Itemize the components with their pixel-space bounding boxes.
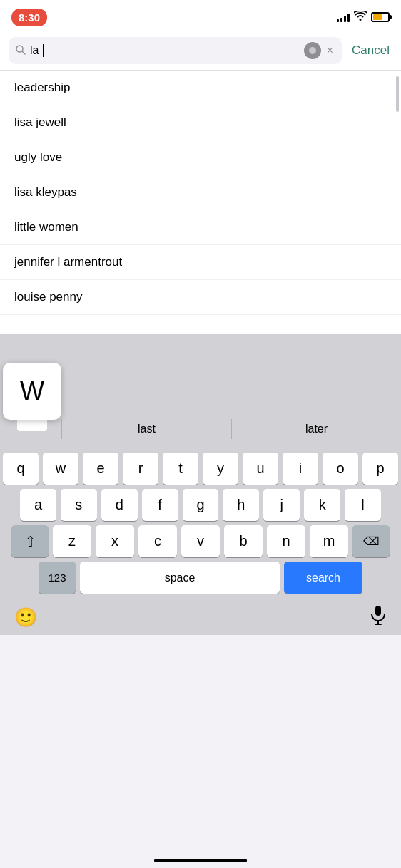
emoji-button[interactable]: 🙂 (14, 606, 37, 629)
suggestion-item-lisa-kleypas[interactable]: lisa kleypas (0, 175, 401, 210)
key-row-3: ⇧ z x c v b n m ⌫ (0, 525, 401, 557)
key-v[interactable]: v (181, 525, 220, 557)
shift-key[interactable]: ⇧ (11, 525, 49, 557)
key-b[interactable]: b (224, 525, 263, 557)
dictation-button[interactable] (370, 605, 387, 629)
suggestions-container: leadership lisa jewell ugly love lisa kl… (0, 71, 401, 315)
signal-bars-icon (337, 12, 350, 22)
key-d[interactable]: d (101, 489, 138, 521)
search-input-text: la (30, 44, 39, 57)
suggestion-item-little-women[interactable]: little women (0, 210, 401, 245)
key-n[interactable]: n (267, 525, 305, 557)
status-bar: 8:30 (0, 0, 401, 31)
search-key[interactable]: search (284, 562, 362, 594)
key-i[interactable]: i (283, 453, 318, 485)
key-g[interactable]: g (183, 489, 219, 521)
search-input-wrapper[interactable]: la × (9, 37, 342, 64)
keyboard: W last later q w e r t y u i o p a s d f (0, 411, 401, 635)
key-row-1: q w e r t y u i o p (0, 453, 401, 485)
suggestion-item-louise-penny[interactable]: louise penny (0, 280, 401, 315)
clear-search-button[interactable]: × (325, 44, 335, 57)
search-bar-container: la × Cancel (0, 31, 401, 71)
key-row-2: a s d f g h j k l (0, 489, 401, 521)
key-s[interactable]: s (61, 489, 97, 521)
home-indicator (154, 859, 247, 862)
key-j[interactable]: j (263, 489, 300, 521)
key-l[interactable]: l (345, 489, 381, 521)
suggestion-item-jennifer-armentrout[interactable]: jennifer l armentrout (0, 245, 401, 280)
wifi-icon (354, 11, 367, 24)
key-f[interactable]: f (142, 489, 178, 521)
key-rows: q w e r t y u i o p a s d f g h j k l ⇧ … (0, 447, 401, 594)
key-u[interactable]: u (243, 453, 278, 485)
suggestion-item-ugly-love[interactable]: ugly love (0, 140, 401, 175)
scroll-thumb[interactable] (396, 76, 399, 112)
svg-rect-2 (375, 606, 381, 616)
key-a[interactable]: a (20, 489, 56, 521)
key-e[interactable]: e (83, 453, 118, 485)
suggestions-list: leadership lisa jewell ugly love lisa kl… (0, 71, 401, 334)
key-t[interactable]: t (163, 453, 198, 485)
key-k[interactable]: k (304, 489, 340, 521)
key-row-4: 123 space search (0, 562, 401, 594)
space-key[interactable]: space (80, 562, 280, 594)
predictive-row: W last later (0, 411, 401, 447)
predictive-word-later[interactable]: later (232, 411, 401, 447)
predictive-word-last[interactable]: last (62, 411, 231, 447)
search-icon (16, 45, 26, 57)
key-c[interactable]: c (138, 525, 177, 557)
suggestion-item-leadership[interactable]: leadership (0, 71, 401, 105)
key-popup-w: W (3, 363, 61, 420)
delete-key[interactable]: ⌫ (352, 525, 390, 557)
key-o[interactable]: o (323, 453, 358, 485)
battery-icon (371, 12, 390, 22)
status-icons (337, 11, 390, 24)
numeric-key[interactable]: 123 (39, 562, 76, 594)
svg-point-0 (16, 46, 23, 52)
key-y[interactable]: y (203, 453, 238, 485)
suggestion-item-lisa-jewell[interactable]: lisa jewell (0, 105, 401, 140)
key-m[interactable]: m (310, 525, 348, 557)
key-w[interactable]: w (43, 453, 78, 485)
key-p[interactable]: p (362, 453, 398, 485)
status-time: 8:30 (11, 9, 47, 26)
cancel-button[interactable]: Cancel (349, 43, 392, 58)
key-h[interactable]: h (223, 489, 259, 521)
key-z[interactable]: z (53, 525, 91, 557)
text-cursor (43, 44, 44, 57)
key-x[interactable]: x (96, 525, 134, 557)
key-popup-tail (17, 420, 47, 431)
key-r[interactable]: r (123, 453, 158, 485)
key-q[interactable]: q (3, 453, 39, 485)
microphone-button[interactable] (304, 42, 321, 59)
svg-line-1 (22, 51, 25, 54)
bottom-bar: 🙂 (0, 596, 401, 635)
